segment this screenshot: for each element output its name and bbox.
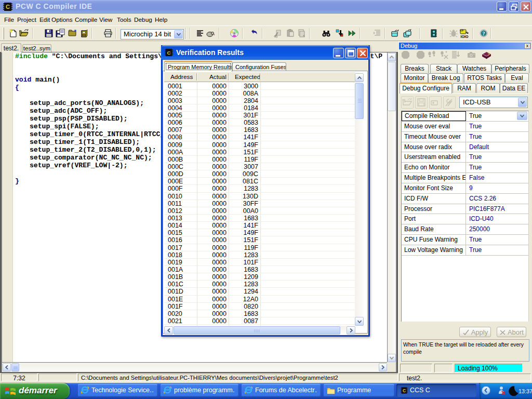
svg-text:?: ? bbox=[483, 31, 485, 36]
svg-text:C: C bbox=[167, 50, 170, 56]
svg-text:C: C bbox=[6, 4, 10, 10]
svg-text:C: C bbox=[403, 388, 406, 393]
svg-text:IOIO: IOIO bbox=[461, 35, 469, 38]
